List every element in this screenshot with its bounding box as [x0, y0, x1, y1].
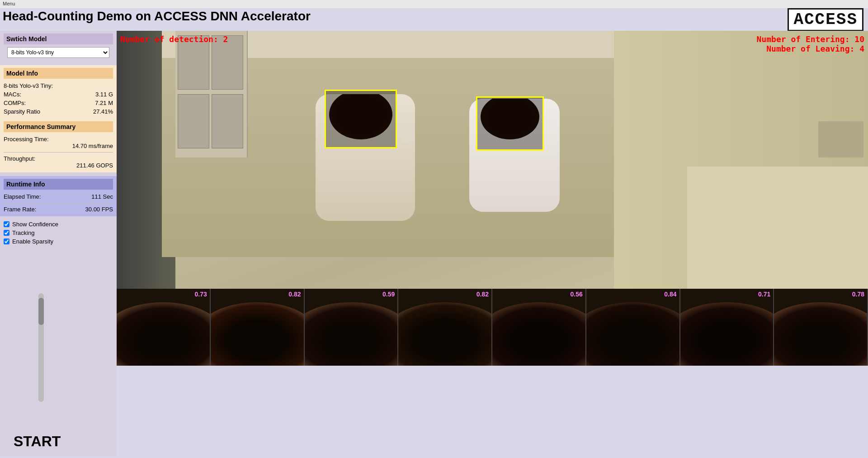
bounding-box-1 — [325, 90, 397, 148]
macs-label: MACs: — [4, 91, 21, 98]
checkbox-section: Show Confidence Tracking Enable Sparsity — [0, 216, 117, 249]
frame-rate-value: 30.00 FPS — [85, 206, 113, 213]
sparsity-label: Sparsity Ratio — [4, 108, 40, 115]
thumb-score-4: 0.56 — [571, 291, 583, 298]
processing-time-row: Processing Time: 14.70 ms/frame — [4, 135, 113, 150]
sidebar: Swtich Model 8-bits Yolo-v3 tiny 16-bits… — [0, 31, 117, 456]
thumbnail-item-4: 0.56 — [492, 289, 586, 366]
thumb-score-6: 0.71 — [758, 291, 770, 298]
sidebar-scrollbar-thumb[interactable] — [38, 298, 44, 325]
video-frame: Number of detection: 2 Number of Enterin… — [117, 31, 868, 289]
desk-right — [687, 167, 868, 289]
thumb-score-1: 0.82 — [288, 291, 301, 298]
thumb-bg-5 — [586, 289, 679, 366]
thumbnail-item-5: 0.84 — [586, 289, 680, 366]
switch-model-header: Swtich Model — [4, 33, 113, 44]
thumb-head-2 — [305, 302, 398, 366]
monitor-right — [818, 121, 863, 157]
bounding-box-2 — [476, 96, 544, 151]
throughput-row: Throughput: 211.46 GOPS — [4, 154, 113, 170]
sidebar-scrollbar[interactable] — [38, 293, 44, 402]
model-select[interactable]: 8-bits Yolo-v3 tiny 16-bits Yolo-v3 tiny… — [7, 47, 109, 58]
processing-time-value: 14.70 ms/frame — [72, 143, 113, 149]
thumb-head-1 — [211, 302, 304, 366]
thumb-bg-6 — [680, 289, 774, 366]
model-name-row: 8-bits Yolo-v3 Tiny: — [4, 81, 113, 90]
thumb-score-5: 0.84 — [664, 291, 676, 298]
thumb-score-0: 0.73 — [195, 291, 207, 298]
enable-sparsity-label: Enable Sparsity — [12, 238, 53, 245]
entering-leaving-info: Number of Entering: 10 Number of Leaving… — [757, 34, 864, 53]
show-confidence-row[interactable]: Show Confidence — [4, 220, 113, 229]
thumb-bg-7 — [774, 289, 867, 366]
access-logo: ACCESS — [788, 8, 863, 31]
tracking-label: Tracking — [12, 229, 34, 236]
comps-row: COMPs: 7.21 M — [4, 99, 113, 107]
leaving-count: Number of Leaving: 4 — [757, 44, 864, 53]
thumb-bg-2 — [305, 289, 398, 366]
macs-row: MACs: 3.11 G — [4, 90, 113, 99]
elapsed-label: Elapsed Time: — [4, 193, 41, 200]
thumb-bg-1 — [211, 289, 304, 366]
elapsed-row: Elapsed Time: 111 Sec — [4, 192, 113, 201]
runtime-section: Runtime Info Elapsed Time: 111 Sec Frame… — [0, 176, 117, 216]
thumbnail-item-7: 0.78 — [774, 289, 868, 366]
thumb-head-7 — [774, 302, 867, 366]
detection-count: Number of detection: 2 — [120, 34, 228, 44]
elapsed-value: 111 Sec — [91, 193, 113, 200]
thumb-head-5 — [586, 302, 679, 366]
frame-rate-label: Frame Rate: — [4, 206, 36, 213]
thumb-head-6 — [680, 302, 774, 366]
model-select-row: 8-bits Yolo-v3 tiny 16-bits Yolo-v3 tiny… — [4, 47, 113, 62]
switch-model-section: Swtich Model 8-bits Yolo-v3 tiny 16-bits… — [0, 33, 117, 65]
comps-value: 7.21 M — [95, 100, 113, 106]
start-button[interactable]: START — [14, 433, 61, 450]
video-area: Number of detection: 2 Number of Enterin… — [117, 31, 868, 289]
runtime-header: Runtime Info — [4, 179, 113, 190]
thumbnail-item-1: 0.82 — [211, 289, 305, 366]
tracking-row[interactable]: Tracking — [4, 229, 113, 237]
throughput-value: 211.46 GOPS — [76, 162, 113, 169]
sparsity-row: Sparsity Ratio 27.41% — [4, 107, 113, 116]
entering-count: Number of Entering: 10 — [757, 34, 864, 44]
comps-label: COMPs: — [4, 100, 26, 106]
thumbnail-item-0: 0.73 — [117, 289, 211, 366]
frame-rate-row: Frame Rate: 30.00 FPS — [4, 205, 113, 214]
performance-header: Performance Summary — [4, 121, 113, 132]
cabinet-door-3 — [178, 94, 209, 148]
model-info-section: Model Info 8-bits Yolo-v3 Tiny: MACs: 3.… — [0, 65, 117, 119]
page-title: Head-Counting Demo on ACCESS DNN Acceler… — [3, 9, 311, 24]
menu-bar: Menu — [0, 0, 868, 8]
thumb-score-3: 0.82 — [476, 291, 489, 298]
thumb-score-2: 0.59 — [382, 291, 395, 298]
enable-sparsity-checkbox[interactable] — [4, 239, 9, 244]
processing-time-label: Processing Time: — [4, 136, 49, 143]
thumbnail-strip: 0.730.820.590.820.560.840.710.78 — [117, 289, 868, 366]
show-confidence-label: Show Confidence — [12, 221, 58, 228]
show-confidence-checkbox[interactable] — [4, 221, 9, 227]
thumb-bg-0 — [117, 289, 210, 366]
model-info-header: Model Info — [4, 68, 113, 79]
sparsity-value: 27.41% — [93, 108, 113, 115]
cabinet-door-4 — [212, 94, 243, 148]
thumbnail-item-2: 0.59 — [305, 289, 399, 366]
throughput-label: Throughput: — [4, 155, 35, 162]
thumbnail-item-6: 0.71 — [680, 289, 774, 366]
thumb-score-7: 0.78 — [852, 291, 864, 298]
thumb-head-3 — [398, 302, 491, 366]
thumb-bg-3 — [398, 289, 491, 366]
thumb-bg-4 — [492, 289, 585, 366]
thumb-head-0 — [117, 302, 210, 366]
enable-sparsity-row[interactable]: Enable Sparsity — [4, 237, 113, 246]
thumb-head-4 — [492, 302, 585, 366]
macs-value: 3.11 G — [95, 91, 113, 98]
performance-section: Performance Summary Processing Time: 14.… — [0, 119, 117, 172]
thumbnail-item-3: 0.82 — [398, 289, 492, 366]
menu-label[interactable]: Menu — [3, 1, 15, 6]
tracking-checkbox[interactable] — [4, 230, 9, 236]
